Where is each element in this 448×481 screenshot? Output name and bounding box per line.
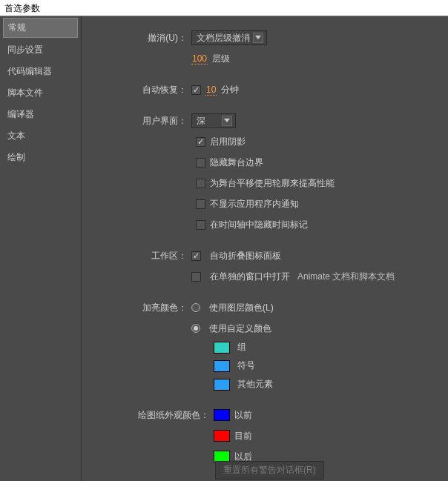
autorecover-minutes-input[interactable]: 10 <box>205 84 217 96</box>
ui-check-row-2: 为舞台平移使用轮廓来提高性能 <box>89 175 441 191</box>
ui-check-row-3: 不显示应用程序内通知 <box>89 196 441 212</box>
content-panel: 撤消(U)： 文档层级撤消 100 层级 自动恢复： 10 分钟 <box>82 16 448 481</box>
onion-swatch-0[interactable] <box>214 409 230 421</box>
sidebar: 常规同步设置代码编辑器脚本文件编译器文本绘制 <box>0 16 82 481</box>
title-bar: 首选参数 <box>0 0 448 16</box>
reset-row: 重置所有警告对话框(R) <box>215 461 441 480</box>
ui-check-row-4: 在时间轴中隐藏时间标记 <box>89 216 441 233</box>
highlight-color-row-0: 组 <box>214 341 441 354</box>
highlight-radio-label-0: 使用图层颜色(L) <box>209 302 274 314</box>
sidebar-item-4[interactable]: 编译器 <box>0 104 81 125</box>
ui-check-label-3: 不显示应用程序内通知 <box>210 198 299 210</box>
onion-label: 绘图纸外观颜色： <box>89 409 214 422</box>
ui-check-label-1: 隐藏舞台边界 <box>210 156 263 169</box>
autorecover-row: 自动恢复： 10 分钟 <box>89 82 441 98</box>
ui-check-label-0: 启用阴影 <box>210 136 246 148</box>
sidebar-item-5[interactable]: 文本 <box>0 125 81 147</box>
highlight-swatch-label-2: 其他元素 <box>237 378 273 391</box>
ui-check-4[interactable] <box>196 220 205 230</box>
reset-warnings-button[interactable]: 重置所有警告对话框(R) <box>215 461 324 480</box>
sidebar-item-1[interactable]: 同步设置 <box>0 39 81 61</box>
sidebar-item-0[interactable]: 常规 <box>3 18 78 38</box>
ui-row: 用户界面： 深 <box>89 113 441 129</box>
highlight-swatch-label-0: 组 <box>237 341 246 354</box>
title-text: 首选参数 <box>4 3 40 13</box>
undo-levels-input[interactable]: 100 <box>191 53 208 64</box>
highlight-swatch-2[interactable] <box>214 379 230 391</box>
highlight-radio-0[interactable] <box>191 303 200 312</box>
highlight-color-row-1: 符号 <box>214 359 441 372</box>
workspace-check-1[interactable] <box>191 272 201 282</box>
workspace-label: 工作区： <box>89 250 191 262</box>
ui-check-2[interactable] <box>196 179 205 188</box>
sidebar-item-3[interactable]: 脚本文件 <box>0 82 81 104</box>
ui-check-label-2: 为舞台平移使用轮廓来提高性能 <box>210 177 335 190</box>
onion-swatch-label-0: 以前 <box>234 409 252 422</box>
highlight-swatch-0[interactable] <box>214 342 230 354</box>
ui-check-3[interactable] <box>196 199 205 209</box>
ui-check-row-0: 启用阴影 <box>89 133 441 150</box>
workspace-suffix-1: Animate 文档和脚本文档 <box>297 271 395 283</box>
chevron-down-icon <box>253 33 263 43</box>
workspace-check-0[interactable] <box>191 251 201 261</box>
ui-check-0[interactable] <box>196 137 205 147</box>
onion-row-1: 目前 <box>89 428 441 444</box>
workspace-check-label-0: 自动折叠图标面板 <box>210 250 281 262</box>
chevron-down-icon <box>222 116 232 126</box>
highlight-radio-label-1: 使用自定义颜色 <box>209 322 271 335</box>
workspace-row-1: 在单独的窗口中打开 Animate 文档和脚本文档 <box>89 268 441 285</box>
highlight-label: 加亮颜色： <box>89 302 191 314</box>
undo-mode-select[interactable]: 文档层级撤消 <box>191 30 267 45</box>
workspace-row-0: 工作区：自动折叠图标面板 <box>89 248 441 264</box>
ui-theme-value: 深 <box>197 115 205 127</box>
onion-row-0: 绘图纸外观颜色：以前 <box>89 407 441 423</box>
ui-theme-select[interactable]: 深 <box>191 113 236 128</box>
highlight-color-row-2: 其他元素 <box>214 378 441 391</box>
ui-check-row-1: 隐藏舞台边界 <box>89 154 441 170</box>
autorecover-label: 自动恢复： <box>89 84 191 96</box>
ui-label: 用户界面： <box>89 115 191 127</box>
onion-swatch-label-1: 目前 <box>234 430 252 442</box>
undo-label: 撤消(U)： <box>89 32 191 44</box>
ui-check-1[interactable] <box>196 158 205 167</box>
highlight-radio-1[interactable] <box>191 324 200 333</box>
highlight-radio-row-1: 使用自定义颜色 <box>89 320 441 336</box>
highlight-swatch-1[interactable] <box>214 360 230 372</box>
main: 常规同步设置代码编辑器脚本文件编译器文本绘制 撤消(U)： 文档层级撤消 100… <box>0 16 448 481</box>
workspace-check-label-1: 在单独的窗口中打开 <box>210 271 290 283</box>
undo-mode-value: 文档层级撤消 <box>197 32 250 44</box>
onion-swatch-1[interactable] <box>214 430 230 442</box>
sidebar-item-6[interactable]: 绘制 <box>0 147 81 168</box>
undo-row: 撤消(U)： 文档层级撤消 <box>89 30 441 46</box>
highlight-swatch-label-1: 符号 <box>237 359 255 372</box>
autorecover-checkbox[interactable] <box>191 85 201 95</box>
sidebar-item-2[interactable]: 代码编辑器 <box>0 61 81 82</box>
undo-levels-suffix: 层级 <box>212 53 230 65</box>
highlight-radio-row-0: 加亮颜色：使用图层颜色(L) <box>89 299 441 316</box>
undo-levels-row: 100 层级 <box>89 50 441 67</box>
autorecover-minutes-suffix: 分钟 <box>221 84 239 96</box>
ui-check-label-4: 在时间轴中隐藏时间标记 <box>210 219 308 231</box>
